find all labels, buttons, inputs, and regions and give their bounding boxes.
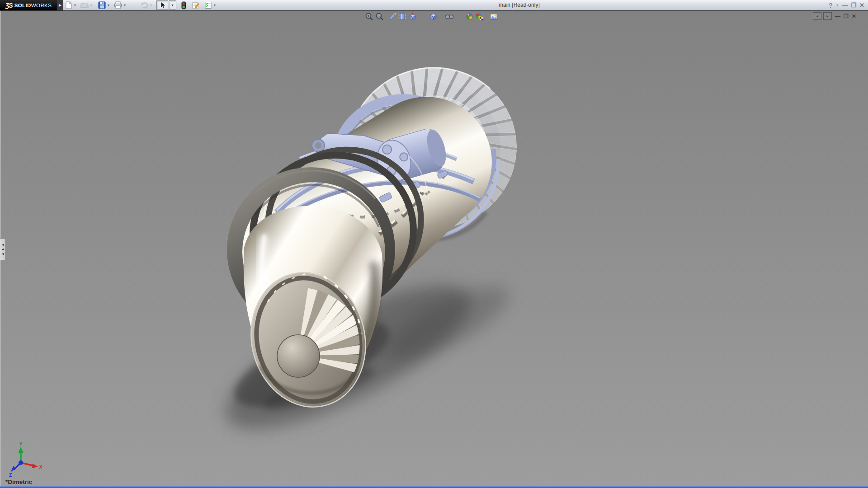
- open-folder-icon: [80, 1, 89, 9]
- view-orientation-label: *Dimetric: [5, 479, 32, 485]
- edit-appearance-icon: [465, 12, 474, 21]
- mdi-minimize-button[interactable]: —: [835, 13, 840, 19]
- save-button[interactable]: [98, 1, 106, 9]
- view-settings-button[interactable]: [489, 12, 498, 21]
- undo-button[interactable]: [140, 1, 148, 9]
- section-box-icon: [398, 12, 406, 21]
- titlebar-controls: ? ▼ — ❐ ✕: [829, 0, 864, 10]
- help-button[interactable]: ?: [829, 2, 833, 9]
- options-checklist-icon: [204, 1, 212, 9]
- document-title: main [Read-only]: [499, 0, 540, 10]
- minimize-button[interactable]: —: [842, 0, 848, 10]
- triad-y-label: Y: [19, 442, 23, 447]
- view-orientation-button[interactable]: [408, 12, 417, 21]
- solidworks-logo-mark: ƷS: [5, 2, 13, 9]
- feature-manager-collapsed-tab[interactable]: ◄ ◄ ◄: [0, 238, 6, 260]
- print-icon: [114, 1, 122, 9]
- design-binder-button[interactable]: [192, 1, 200, 9]
- zoom-to-fit-icon: [365, 12, 373, 21]
- new-document-button[interactable]: [64, 1, 72, 9]
- solidworks-window: ƷS SOLIDWORKS ▶ ▼ ▼: [0, 0, 868, 488]
- solidworks-logo: ƷS SOLIDWORKS: [0, 0, 57, 10]
- section-view-icon: [388, 12, 397, 21]
- menu-expand-button[interactable]: ▶: [57, 0, 63, 10]
- select-cursor-icon: [159, 1, 166, 9]
- view-settings-icon: [490, 12, 498, 21]
- help-dropdown[interactable]: ▼: [836, 4, 839, 7]
- apply-scene-icon: [475, 12, 483, 21]
- select-tool-button[interactable]: [156, 0, 168, 10]
- open-document-dropdown[interactable]: ▼: [89, 1, 94, 9]
- print-button[interactable]: [114, 1, 122, 9]
- jet-engine-model[interactable]: [0, 0, 868, 488]
- zoom-to-area-icon: [375, 12, 384, 21]
- open-document-button[interactable]: [80, 1, 89, 9]
- new-document-dropdown[interactable]: ▼: [72, 1, 78, 9]
- collapse-arrow-icon: ◄: [1, 252, 5, 255]
- mdi-window-controls: ◄ ► — ❐ ✕: [813, 12, 856, 20]
- edit-appearance-button[interactable]: [465, 12, 474, 21]
- bottom-blue-strip: [0, 486, 868, 488]
- orientation-triad: Y X Z: [7, 441, 43, 477]
- previous-document-button[interactable]: ◄: [813, 12, 821, 20]
- hide-show-items-button[interactable]: [445, 12, 454, 21]
- triad-z-label: Z: [9, 473, 12, 477]
- next-document-button[interactable]: ►: [823, 12, 832, 20]
- mdi-close-button[interactable]: ✕: [852, 13, 856, 19]
- section-box-button[interactable]: [397, 12, 406, 21]
- mdi-restore-button[interactable]: ❐: [844, 13, 849, 19]
- options-button[interactable]: [204, 1, 212, 9]
- title-bar: ƷS SOLIDWORKS ▶ ▼ ▼: [0, 0, 868, 11]
- options-dropdown[interactable]: ▼: [212, 1, 217, 9]
- zoom-to-area-button[interactable]: [375, 12, 384, 21]
- new-document-icon: [65, 1, 72, 9]
- glasses-icon: [445, 12, 454, 21]
- apply-scene-button[interactable]: [474, 12, 483, 21]
- close-button[interactable]: ✕: [859, 0, 864, 10]
- triad-x-label: X: [39, 465, 42, 469]
- print-dropdown[interactable]: ▼: [122, 1, 127, 9]
- display-style-button[interactable]: [429, 12, 438, 21]
- stoplight-icon: [180, 1, 187, 9]
- view-orientation-icon: [408, 12, 417, 21]
- undo-dropdown[interactable]: ▼: [148, 1, 154, 9]
- heads-up-view-toolbar: [364, 12, 498, 21]
- undo-icon: [140, 1, 148, 9]
- zoom-to-fit-button[interactable]: [364, 12, 373, 21]
- display-style-icon: [429, 12, 438, 21]
- collapse-arrow-icon: ◄: [1, 243, 5, 246]
- select-tool-dropdown[interactable]: ▼: [169, 0, 176, 10]
- save-dropdown[interactable]: ▼: [106, 1, 111, 9]
- stoplight-button[interactable]: [179, 1, 188, 9]
- section-view-button[interactable]: [388, 12, 397, 21]
- restore-button[interactable]: ❐: [851, 0, 856, 10]
- save-floppy-icon: [98, 1, 106, 9]
- design-binder-icon: [192, 1, 200, 9]
- collapse-arrow-icon: ◄: [1, 248, 5, 251]
- standard-toolbar: ▼ ▼ ▼: [64, 0, 217, 10]
